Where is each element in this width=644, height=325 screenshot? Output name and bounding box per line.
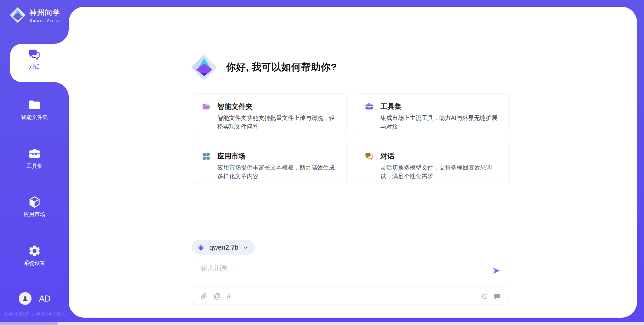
composer-toolbar: @ #	[200, 290, 501, 302]
card-smart-folder[interactable]: 智能文件夹 智能文件夹功能支持批量文件上传与清洗，轻松实现文件问答	[192, 93, 347, 134]
sidebar-item-smart-folder[interactable]: 智能文件夹	[0, 98, 69, 121]
card-description: 灵活切换多模型文件，支持多样回复效果调试，满足个性化需求	[380, 164, 501, 181]
paperclip-icon	[200, 293, 207, 300]
card-description: 集成市场上主流工具，助力AI与外界无缝扩展与对接	[380, 114, 501, 131]
sidebar-item-chat[interactable]: 对话	[0, 48, 69, 71]
sidebar-item-label: 应用市场	[0, 211, 69, 218]
sidebar-item-label: 系统设置	[0, 260, 69, 267]
sidebar-item-label: 工具集	[0, 163, 69, 170]
tab-curve-top	[54, 29, 69, 44]
brand-logo-gem-icon	[9, 7, 26, 23]
card-title: 应用市场	[217, 151, 246, 161]
card-title: 对话	[380, 151, 394, 161]
horizontal-scrollbar	[0, 322, 644, 325]
model-name: qwen2:7b	[209, 244, 238, 251]
send-button[interactable]	[491, 266, 501, 276]
model-gem-icon	[197, 243, 205, 252]
sidebar-item-label: 智能文件夹	[0, 114, 69, 121]
history-icon	[481, 293, 488, 300]
gear-icon	[28, 244, 41, 258]
model-selector[interactable]: qwen2:7b	[192, 240, 255, 255]
mention-button[interactable]: @	[213, 292, 221, 301]
avatar	[19, 292, 32, 305]
greeting: 你好, 我可以如何帮助你?	[191, 54, 337, 81]
brand-name: 神州问学	[30, 8, 62, 17]
toolbox-icon	[365, 102, 374, 111]
sidebar: 神州问学 Smart Vision 对话 智能文件夹	[0, 0, 69, 325]
sidebar-item-settings[interactable]: 系统设置	[0, 244, 69, 267]
card-title: 智能文件夹	[217, 102, 253, 111]
grid-icon	[202, 152, 211, 161]
cube-icon	[28, 195, 41, 209]
chat-icon	[28, 48, 41, 61]
toolbox-icon	[28, 147, 41, 160]
chat-icon	[365, 152, 374, 161]
card-app-market[interactable]: 应用市场 应用市场提供丰富长文本模板，助力高效生成多样化文章内容	[192, 143, 347, 184]
brand-subtitle: Smart Vision	[30, 18, 62, 22]
card-description: 智能文件夹功能支持批量文件上传与清洗，轻松实现文件问答	[217, 114, 338, 131]
comment-icon	[494, 293, 501, 300]
brand: 神州问学 Smart Vision	[9, 7, 62, 23]
main-panel: 你好, 我可以如何帮助你? 智能文件夹 智能文件夹功能支持批量文件上传与清洗，轻…	[69, 7, 637, 318]
sidebar-item-app-market[interactable]: 应用市场	[0, 195, 69, 218]
user-profile[interactable]: AD	[19, 292, 51, 305]
card-chat[interactable]: 对话 灵活切换多模型文件，支持多样回复效果调试，满足个性化需求	[355, 143, 510, 184]
card-title: 工具集	[380, 102, 401, 111]
composer-divider	[192, 286, 509, 286]
assistant-gem-icon	[191, 54, 218, 81]
sidebar-item-label: 对话	[0, 64, 69, 71]
feature-cards: 智能文件夹 智能文件夹功能支持批量文件上传与清洗，轻松实现文件问答 工具集 集成…	[192, 93, 510, 184]
greeting-title: 你好, 我可以如何帮助你?	[226, 61, 337, 74]
card-description: 应用市场提供丰富长文本模板，助力高效生成多样化文章内容	[217, 164, 338, 181]
send-icon	[492, 266, 501, 275]
person-icon	[21, 295, 29, 303]
sidebar-item-toolset[interactable]: 工具集	[0, 147, 69, 170]
conversations-button[interactable]	[494, 293, 501, 300]
user-name: AD	[39, 294, 51, 304]
message-input[interactable]	[201, 264, 483, 284]
tab-curve-bottom	[54, 82, 69, 97]
copyright-footer: ©神州数码 · 神州问学出品	[4, 311, 67, 317]
topic-button[interactable]: #	[227, 292, 231, 301]
chevron-down-icon	[243, 244, 249, 251]
card-toolset[interactable]: 工具集 集成市场上主流工具，助力AI与外界无缝扩展与对接	[355, 93, 510, 134]
folder-icon	[28, 98, 41, 112]
attach-file-button[interactable]	[200, 293, 207, 300]
folder-open-icon	[202, 102, 211, 111]
composer: @ #	[192, 258, 509, 305]
history-button[interactable]	[481, 293, 488, 300]
